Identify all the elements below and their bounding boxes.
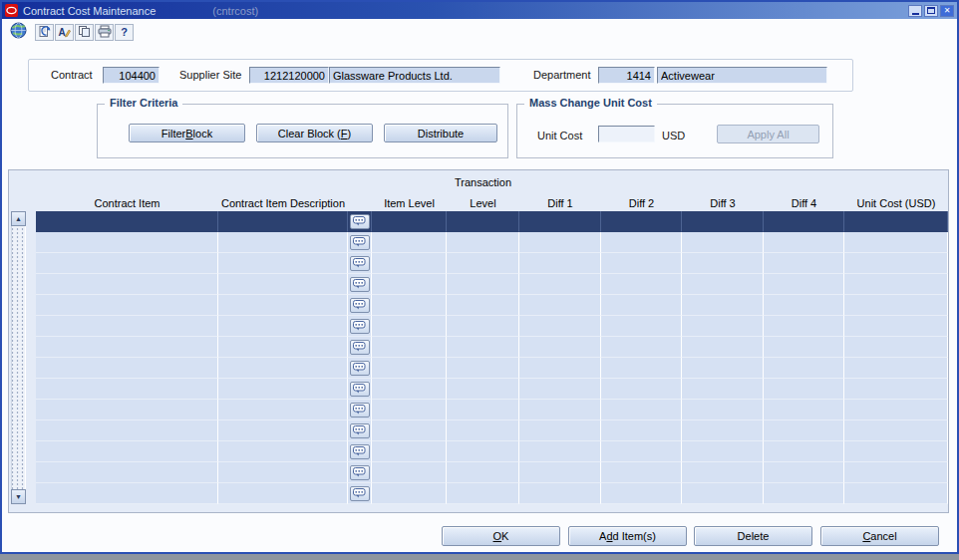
department-code-field[interactable]: [598, 67, 655, 84]
diff-3-cell[interactable]: [682, 232, 764, 253]
diff-4-cell[interactable]: [764, 379, 844, 400]
diff-4-cell[interactable]: [764, 337, 844, 358]
filter-block-button[interactable]: Filter Block: [129, 124, 245, 142]
table-row[interactable]: [36, 337, 948, 358]
diff-3-cell[interactable]: [682, 316, 764, 337]
row-comments-button[interactable]: [350, 423, 370, 438]
diff-2-cell[interactable]: [601, 400, 682, 420]
contract-field[interactable]: [103, 67, 160, 84]
diff-4-cell[interactable]: [764, 211, 844, 232]
cancel-button[interactable]: Cancel: [820, 526, 939, 546]
diff-1-cell[interactable]: [519, 295, 601, 316]
contract-item-cell[interactable]: [36, 337, 218, 358]
contract-item-cell[interactable]: [36, 358, 218, 379]
unit-cost-cell[interactable]: [844, 337, 948, 358]
diff-3-cell[interactable]: [682, 295, 764, 316]
unit-cost-cell[interactable]: [844, 253, 948, 274]
diff-3-cell[interactable]: [682, 483, 764, 504]
help-button[interactable]: ?: [115, 24, 134, 41]
transaction-level-cell[interactable]: [447, 316, 519, 337]
table-row[interactable]: [36, 462, 948, 483]
item-level-cell[interactable]: [372, 211, 447, 232]
transaction-level-cell[interactable]: [447, 441, 519, 462]
unit-cost-cell[interactable]: [844, 462, 948, 483]
diff-1-cell[interactable]: [519, 358, 601, 379]
diff-4-cell[interactable]: [764, 441, 844, 462]
table-row[interactable]: [36, 211, 948, 232]
item-level-cell[interactable]: [372, 337, 447, 358]
diff-4-cell[interactable]: [764, 462, 844, 483]
diff-4-cell[interactable]: [764, 483, 844, 504]
diff-2-cell[interactable]: [601, 211, 682, 232]
diff-3-cell[interactable]: [682, 358, 764, 379]
diff-2-cell[interactable]: [601, 441, 682, 462]
table-row[interactable]: [36, 358, 948, 379]
diff-3-cell[interactable]: [682, 441, 764, 462]
row-comments-button[interactable]: [350, 298, 370, 313]
contract-item-cell[interactable]: [36, 483, 218, 504]
item-level-cell[interactable]: [372, 316, 447, 337]
row-comments-button[interactable]: [350, 340, 370, 355]
diff-1-cell[interactable]: [519, 400, 601, 420]
description-cell[interactable]: [218, 253, 348, 274]
print-button[interactable]: [95, 24, 114, 41]
table-row[interactable]: [36, 441, 948, 462]
contract-item-cell[interactable]: [36, 400, 218, 420]
diff-2-cell[interactable]: [601, 337, 682, 358]
clear-block-button[interactable]: Clear Block (F): [256, 124, 373, 142]
transaction-level-cell[interactable]: [447, 420, 519, 441]
transaction-level-cell[interactable]: [447, 295, 519, 316]
row-comments-button[interactable]: [350, 444, 370, 459]
diff-3-cell[interactable]: [682, 274, 764, 295]
diff-2-cell[interactable]: [601, 295, 682, 316]
globe-toolbar-button[interactable]: [7, 22, 29, 42]
item-level-cell[interactable]: [372, 274, 447, 295]
diff-3-cell[interactable]: [682, 211, 764, 232]
row-comments-button[interactable]: [350, 465, 370, 480]
table-row[interactable]: [36, 253, 948, 274]
transaction-level-cell[interactable]: [447, 253, 519, 274]
diff-2-cell[interactable]: [601, 274, 682, 295]
description-cell[interactable]: [218, 400, 348, 420]
transaction-level-cell[interactable]: [447, 211, 519, 232]
diff-2-cell[interactable]: [601, 232, 682, 253]
diff-2-cell[interactable]: [601, 253, 682, 274]
item-level-cell[interactable]: [372, 232, 447, 253]
diff-1-cell[interactable]: [519, 274, 601, 295]
minimize-button[interactable]: [908, 5, 922, 17]
row-comments-button[interactable]: [350, 277, 370, 292]
item-level-cell[interactable]: [372, 483, 447, 504]
description-cell[interactable]: [218, 379, 348, 400]
diff-3-cell[interactable]: [682, 253, 764, 274]
contract-item-cell[interactable]: [36, 462, 218, 483]
maximize-button[interactable]: [924, 5, 938, 17]
table-row[interactable]: [36, 420, 948, 441]
title-bar[interactable]: Contract Cost Maintenance (cntrcost) ✕: [2, 2, 957, 19]
diff-1-cell[interactable]: [519, 462, 601, 483]
table-row[interactable]: [36, 483, 948, 504]
table-row[interactable]: [36, 316, 948, 337]
apply-all-button[interactable]: Apply All: [717, 125, 819, 143]
diff-4-cell[interactable]: [764, 253, 844, 274]
table-row[interactable]: [36, 274, 948, 295]
contract-item-cell[interactable]: [36, 316, 218, 337]
description-cell[interactable]: [218, 232, 348, 253]
description-cell[interactable]: [218, 483, 348, 504]
description-cell[interactable]: [218, 274, 348, 295]
clear-field-button[interactable]: [35, 24, 54, 41]
diff-2-cell[interactable]: [601, 358, 682, 379]
row-comments-button[interactable]: [350, 319, 370, 334]
diff-4-cell[interactable]: [764, 316, 844, 337]
diff-3-cell[interactable]: [682, 337, 764, 358]
row-comments-button[interactable]: [350, 256, 370, 271]
unit-cost-cell[interactable]: [844, 400, 948, 420]
item-level-cell[interactable]: [372, 253, 447, 274]
diff-1-cell[interactable]: [519, 337, 601, 358]
contract-item-cell[interactable]: [36, 253, 218, 274]
transaction-level-cell[interactable]: [447, 274, 519, 295]
scroll-up-button[interactable]: ▲: [11, 211, 26, 226]
transaction-level-cell[interactable]: [447, 379, 519, 400]
contract-item-cell[interactable]: [36, 232, 218, 253]
diff-4-cell[interactable]: [764, 232, 844, 253]
diff-4-cell[interactable]: [764, 420, 844, 441]
